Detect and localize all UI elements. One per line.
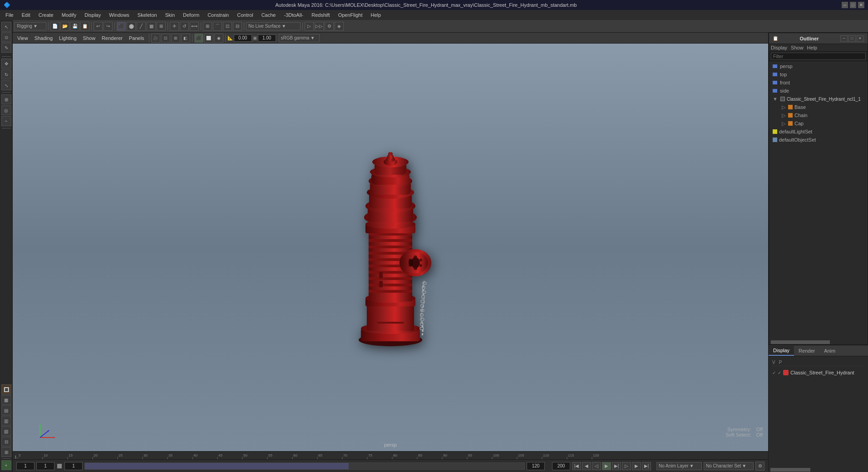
character-set-dropdown[interactable]: No Character Set ▼ bbox=[704, 462, 754, 470]
select-tool[interactable]: ↖ bbox=[1, 22, 11, 32]
panels-menu[interactable]: Panels bbox=[126, 35, 147, 41]
outliner-hscroll-thumb[interactable] bbox=[771, 340, 830, 344]
render-opts[interactable]: ⚙ bbox=[325, 22, 334, 31]
soft-mod-tool[interactable]: ◎ bbox=[1, 105, 11, 115]
menu-create[interactable]: Create bbox=[35, 11, 57, 19]
restore-button[interactable]: □ bbox=[850, 2, 856, 8]
start-frame-input[interactable] bbox=[36, 462, 54, 470]
outliner-item-top[interactable]: top bbox=[769, 70, 868, 79]
channel-scroll-thumb[interactable] bbox=[770, 468, 810, 472]
cam-fit-btn[interactable]: ⊡ bbox=[161, 34, 170, 43]
outliner-minimize[interactable]: ─ bbox=[840, 35, 848, 42]
sel-uv[interactable]: ⊞ bbox=[157, 22, 166, 31]
outliner-item-front[interactable]: front bbox=[769, 79, 868, 87]
snap-surf[interactable]: ⊟ bbox=[233, 22, 242, 31]
anim-settings-btn[interactable]: ⚙ bbox=[755, 462, 764, 471]
next-frame-btn[interactable]: ▶ bbox=[632, 462, 641, 470]
menu-windows[interactable]: Windows bbox=[105, 11, 133, 19]
cam-pre-btn[interactable]: ◧ bbox=[181, 34, 190, 43]
scale-tool[interactable]: ⤡ bbox=[1, 80, 11, 90]
menu-display[interactable]: Display bbox=[81, 11, 104, 19]
redo-btn[interactable]: ↪ bbox=[104, 22, 113, 31]
prev-key-btn[interactable]: ◁ bbox=[592, 462, 601, 470]
range-bar[interactable] bbox=[84, 462, 525, 470]
panel-btn[interactable]: ▦ bbox=[1, 395, 11, 405]
scale-btn[interactable]: ⟺ bbox=[190, 22, 199, 31]
snap-grid[interactable]: ⊞ bbox=[203, 22, 212, 31]
snap-tool[interactable]: ⊞ bbox=[1, 94, 11, 104]
layer-item-hydrant[interactable]: ✓ ✓ Classic_Street_Fire_Hydrant bbox=[772, 368, 864, 377]
sel-edge[interactable]: ╱ bbox=[137, 22, 146, 31]
lighting-menu[interactable]: Lighting bbox=[56, 35, 79, 41]
menu-modify[interactable]: Modify bbox=[58, 11, 80, 19]
render-current[interactable]: ▷ bbox=[305, 22, 314, 31]
outliner-item-objectset[interactable]: defaultObjectSet bbox=[769, 136, 868, 144]
viewport-canvas[interactable]: persp Symmetry: Off Soft Select: Off bbox=[13, 44, 768, 451]
play-btn[interactable]: ▶ bbox=[602, 462, 611, 470]
minimize-button[interactable]: ─ bbox=[842, 2, 848, 8]
menu-help[interactable]: Help bbox=[367, 11, 385, 19]
next-key-btn[interactable]: ▷ bbox=[622, 462, 631, 470]
outliner-show-menu[interactable]: Show bbox=[791, 45, 804, 50]
panel4-btn[interactable]: ▧ bbox=[1, 426, 11, 436]
menu-skeleton[interactable]: Skeleton bbox=[134, 11, 161, 19]
lasso-tool[interactable]: ⊙ bbox=[1, 32, 11, 42]
save-as-btn[interactable]: 📋 bbox=[80, 22, 89, 31]
move-tool[interactable]: ✥ bbox=[1, 59, 11, 69]
channel-hscrollbar[interactable] bbox=[769, 467, 868, 472]
menu-control[interactable]: Control bbox=[233, 11, 256, 19]
shade-flat-btn[interactable]: ⬜ bbox=[204, 34, 213, 43]
view-menu[interactable]: View bbox=[15, 35, 31, 41]
tab-display[interactable]: Display bbox=[769, 346, 794, 356]
tab-render[interactable]: Render bbox=[794, 346, 819, 355]
layer-v-checkbox[interactable]: ✓ bbox=[772, 370, 776, 375]
paint-tool[interactable]: ✎ bbox=[1, 43, 11, 53]
window-controls[interactable]: ─ □ ✕ bbox=[842, 2, 864, 8]
outliner-help-menu[interactable]: Help bbox=[807, 45, 818, 50]
undo-btn[interactable]: ↩ bbox=[94, 22, 103, 31]
no-live-surface-btn[interactable]: No Live Surface ▼ bbox=[246, 22, 301, 30]
renderer-menu[interactable]: Renderer bbox=[99, 35, 125, 41]
anim-layer-dropdown[interactable]: No Anim Layer ▼ bbox=[656, 462, 702, 470]
cam-frame-btn[interactable]: ⊞ bbox=[171, 34, 180, 43]
move-btn[interactable]: ✛ bbox=[170, 22, 179, 31]
outliner-item-lightset[interactable]: defaultLightSet bbox=[769, 128, 868, 136]
menu-file[interactable]: File bbox=[2, 11, 17, 19]
outliner-item-side[interactable]: side bbox=[769, 87, 868, 95]
menu-3dtoall[interactable]: -3DtoAll- bbox=[280, 11, 307, 19]
value-input-2[interactable] bbox=[258, 34, 276, 42]
goto-end-btn[interactable]: ▶| bbox=[642, 462, 651, 470]
close-button[interactable]: ✕ bbox=[858, 2, 864, 8]
menu-deform[interactable]: Deform bbox=[179, 11, 203, 19]
hypershade-btn[interactable]: ◈ bbox=[335, 22, 344, 31]
outliner-win-controls[interactable]: ─ □ ✕ bbox=[840, 35, 864, 42]
plus-tool[interactable]: + bbox=[1, 460, 11, 470]
outliner-maximize[interactable]: □ bbox=[848, 35, 856, 42]
render-btn[interactable]: 🔳 bbox=[1, 384, 11, 394]
show-menu[interactable]: Show bbox=[80, 35, 99, 41]
tab-anim[interactable]: Anim bbox=[819, 346, 840, 355]
save-btn[interactable]: 💾 bbox=[70, 22, 79, 31]
panel2-btn[interactable]: ▤ bbox=[1, 405, 11, 415]
shade-wire-btn[interactable]: ⬛ bbox=[194, 34, 203, 43]
panel5-btn[interactable]: ⊟ bbox=[1, 437, 11, 447]
snap-curve[interactable]: ⌒ bbox=[213, 22, 222, 31]
rotate-tool[interactable]: ↻ bbox=[1, 69, 11, 79]
menu-edit[interactable]: Edit bbox=[18, 11, 34, 19]
panel3-btn[interactable]: ▥ bbox=[1, 416, 11, 426]
current-frame-input[interactable] bbox=[16, 462, 35, 470]
menu-redshift[interactable]: Redshift bbox=[308, 11, 333, 19]
timeline[interactable]: 1 5 10 15 20 bbox=[13, 451, 768, 459]
range-end-input[interactable] bbox=[552, 462, 570, 470]
outliner-display-menu[interactable]: Display bbox=[771, 45, 787, 50]
render-seq[interactable]: ▷▷ bbox=[315, 22, 324, 31]
rot-btn[interactable]: ↺ bbox=[180, 22, 189, 31]
goto-start-btn[interactable]: |◀ bbox=[572, 462, 581, 470]
outliner-item-base[interactable]: ▷ Base bbox=[769, 103, 868, 111]
outliner-item-hydrant-node[interactable]: ▼ Classic_Street_Fire_Hydrant_ncl1_1 bbox=[769, 95, 868, 103]
outliner-item-chain[interactable]: ▷ Chain bbox=[769, 111, 868, 119]
snap-point[interactable]: ⊡ bbox=[223, 22, 232, 31]
mode-dropdown[interactable]: Rigging ▼ bbox=[15, 22, 46, 30]
sel-vertex[interactable]: ⬤ bbox=[127, 22, 136, 31]
curve-tool[interactable]: ~ bbox=[1, 116, 11, 126]
